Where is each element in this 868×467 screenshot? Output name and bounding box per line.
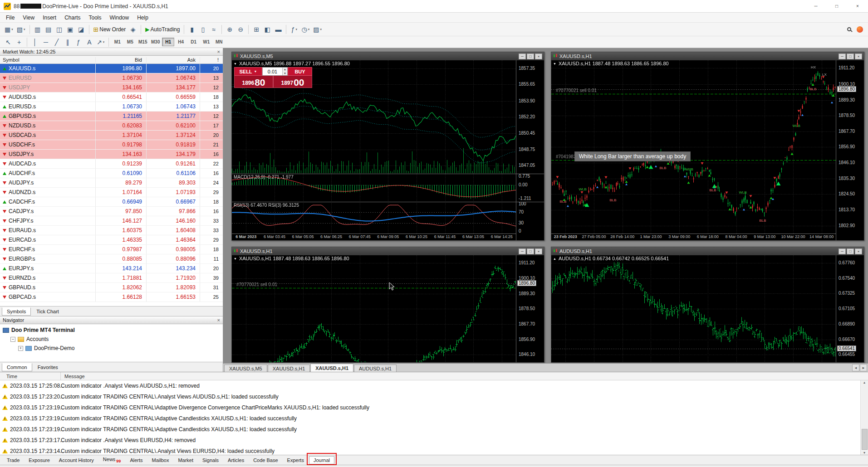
new-order-button[interactable]: ⊞New Order	[92, 24, 128, 34]
timeframe-m30-button[interactable]: M30	[149, 38, 162, 46]
vertical-line-button[interactable]: │	[29, 37, 40, 47]
close-button[interactable]: ×	[847, 0, 868, 12]
market-watch-row[interactable]: AUDJPY.s89.27989.30324	[0, 178, 223, 188]
market-watch-row[interactable]: CADJPY.s97.85097.86616	[0, 207, 223, 216]
market-watch-row[interactable]: AUDUSD.s0.665410.6655918	[0, 92, 223, 102]
tab-alerts[interactable]: Alerts	[126, 457, 147, 464]
chart-close-button[interactable]: ×	[855, 54, 862, 59]
navigator-titlebar[interactable]: Navigator ×	[0, 316, 223, 324]
menu-insert[interactable]: Insert	[39, 14, 60, 22]
tab-symbols[interactable]: Symbols	[2, 307, 31, 316]
time-axis[interactable]: 23 Feb 202327 Feb 05:0028 Feb 14:001 Mar…	[551, 234, 836, 240]
indicators-list-button[interactable]: ƒ▾	[289, 24, 299, 34]
market-watch-row[interactable]: EURCHF.s0.979870.9800518	[0, 245, 223, 254]
journal-row[interactable]: 2023.03.15 17:23:19...Custom indicator T…	[0, 424, 860, 435]
search-button[interactable]	[843, 24, 854, 34]
cascade-windows-button[interactable]: ◧	[262, 24, 273, 34]
market-watch-row[interactable]: GBPUSD.s1.211651.2117712	[0, 112, 223, 121]
chart-tab-audusd-s-h1-3[interactable]: AUDUSD.s,H1	[354, 365, 397, 372]
journal-row[interactable]: 2023.03.15 17:23:14...Custom indicator T…	[0, 446, 860, 455]
market-watch-row[interactable]: AUDCHF.s0.610900.6110616	[0, 169, 223, 178]
market-watch-row[interactable]: CADCHF.s0.669490.6696718	[0, 197, 223, 207]
market-watch-row[interactable]: AUDCAD.s0.912390.9126122	[0, 159, 223, 169]
timeframe-w1-button[interactable]: W1	[200, 38, 212, 46]
tab-favorites[interactable]: Favorites	[33, 364, 63, 371]
tab-scroll-right-icon[interactable]: ▸	[860, 364, 867, 371]
spread-column-header[interactable]: !	[200, 57, 223, 63]
buy-button[interactable]: BUY	[288, 67, 312, 76]
autotrading-button[interactable]: ▶AutoTrading	[143, 24, 181, 34]
chart-restore-button[interactable]: □	[527, 248, 534, 254]
market-watch-row[interactable]: USDCAD.s1.371041.3712420	[0, 131, 223, 140]
sell-button[interactable]: SELL▼	[234, 67, 262, 76]
metaeditor-button[interactable]: ◈	[128, 24, 138, 34]
menu-file[interactable]: File	[2, 14, 19, 22]
tree-item-dooprime-demo[interactable]: +DooPrime-Demo	[0, 344, 223, 353]
scroll-up-icon[interactable]: ▴	[863, 380, 865, 384]
lot-size-input[interactable]: 0.01▲▼	[262, 67, 288, 76]
chart-restore-button[interactable]: □	[527, 54, 534, 59]
journal-row[interactable]: 2023.03.15 17:25:08...Custom indicator .…	[0, 380, 860, 391]
maximize-button[interactable]: □	[826, 0, 847, 12]
one-click-toggle-icon[interactable]: ▲	[553, 257, 556, 260]
timeframe-m1-button[interactable]: M1	[111, 38, 123, 46]
chart-minimize-button[interactable]: ─	[519, 54, 526, 59]
chart-window-xauusd-h1-bottom[interactable]: XAUUSD.s,H1 ─□× 1896.80 1911.201900.1018…	[231, 247, 544, 363]
terminal-toggle-button[interactable]: ▣	[65, 24, 76, 34]
market-watch-row[interactable]: GBPCAD.s1.661281.6615325	[0, 292, 223, 302]
timeframe-m5-button[interactable]: M5	[124, 38, 136, 46]
candlestick-mode-button[interactable]: ▯	[197, 24, 208, 34]
price-scale[interactable]: 0.66541 0.677600.675400.673250.671050.66…	[836, 255, 864, 362]
chart-titlebar[interactable]: XAUUSD.s,H1 ─□×	[551, 52, 864, 60]
timeframe-mn-button[interactable]: MN	[213, 38, 225, 46]
tab-market[interactable]: Market	[174, 457, 197, 464]
chart-minimize-button[interactable]: ─	[839, 248, 846, 254]
tab-signals[interactable]: Signals	[198, 457, 223, 464]
menu-window[interactable]: Window	[106, 14, 133, 22]
chart-restore-button[interactable]: □	[847, 54, 854, 59]
market-watch-row[interactable]: USDJPY.s134.163134.17916	[0, 150, 223, 159]
community-button[interactable]	[854, 24, 865, 34]
market-watch-row[interactable]: EURCAD.s1.463351.4636429	[0, 235, 223, 245]
market-watch-row[interactable]: GBPAUD.s1.820621.8209331	[0, 283, 223, 292]
chart-tab-xauusd-s-h1-2[interactable]: XAUUSD.s,H1	[310, 364, 353, 372]
journal-row[interactable]: 2023.03.15 17:23:19...Custom indicator T…	[0, 413, 860, 424]
chart-minimize-button[interactable]: ─	[519, 248, 526, 254]
bar-chart-mode-button[interactable]: ▮	[186, 24, 197, 34]
market-watch-row[interactable]: CHFJPY.s146.127146.16033	[0, 216, 223, 226]
chart-close-button[interactable]: ×	[535, 248, 542, 254]
tab-code-base[interactable]: Code Base	[249, 457, 282, 464]
periods-list-button[interactable]: ◷▾	[299, 24, 311, 34]
minimize-button[interactable]: ─	[805, 0, 826, 12]
menu-charts[interactable]: Charts	[60, 14, 84, 22]
one-click-toggle-icon[interactable]: ▼	[553, 62, 556, 65]
tab-common[interactable]: Common	[2, 363, 32, 371]
tab-tick-chart[interactable]: Tick Chart	[32, 308, 64, 315]
arrange-windows-button[interactable]: ▬	[273, 24, 284, 34]
market-watch-row[interactable]: USDCHF.s0.917980.9181921	[0, 140, 223, 150]
expand-icon[interactable]: +	[18, 346, 23, 351]
tab-account-history[interactable]: Account History	[55, 457, 98, 464]
scroll-down-icon[interactable]: ▾	[863, 451, 865, 455]
timeframe-h4-button[interactable]: H4	[175, 38, 187, 46]
timeframe-d1-button[interactable]: D1	[187, 38, 200, 46]
strategy-tester-button[interactable]: ◪	[76, 24, 87, 34]
templates-button[interactable]: ▨▾	[311, 24, 324, 34]
chart-close-button[interactable]: ×	[535, 54, 542, 59]
order-line-label[interactable]: #70770021 sell 0.01	[556, 88, 597, 93]
chart-window-xauusd-h1-top[interactable]: XAUUSD.s,H1 ─□× 1896.80 1911.201900.1018…	[551, 52, 864, 241]
order-line-label[interactable]: #70770021 sell 0.01	[236, 282, 277, 287]
price-chart-canvas[interactable]	[551, 60, 836, 234]
menu-view[interactable]: View	[19, 14, 39, 22]
chart-tab-xauusd-s-h1-1[interactable]: XAUUSD.s,H1	[268, 365, 310, 372]
arrow-objects-button[interactable]: ↗▾	[95, 37, 106, 47]
one-click-toggle-icon[interactable]: ▼	[234, 257, 237, 260]
tab-news[interactable]: News99	[99, 456, 125, 464]
collapse-icon[interactable]: −	[10, 337, 15, 342]
line-chart-mode-button[interactable]: ≈	[208, 24, 219, 34]
menu-help[interactable]: Help	[133, 14, 152, 22]
cursor-button[interactable]: ↖	[3, 37, 14, 47]
price-scale[interactable]: 1896.80 1911.201900.101889.301878.501867…	[836, 60, 864, 240]
timeframe-m15-button[interactable]: M15	[137, 38, 149, 46]
zoom-in-button[interactable]: ⊕	[224, 24, 235, 34]
